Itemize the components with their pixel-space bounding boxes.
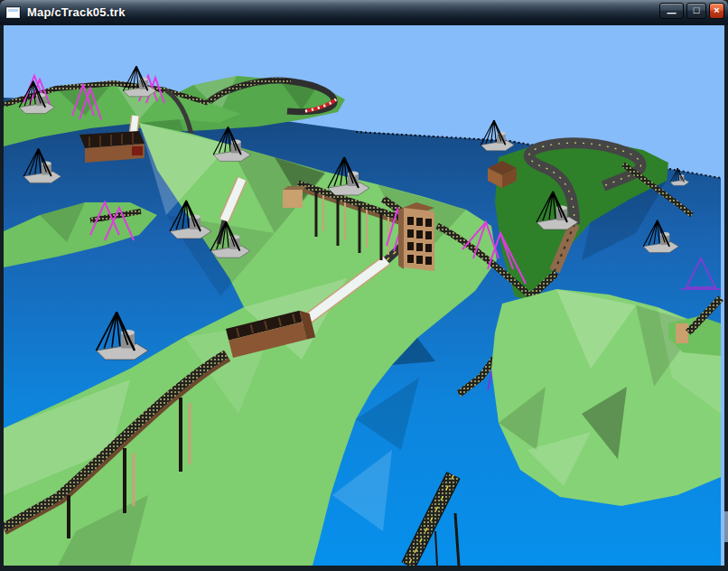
building-center [398, 202, 434, 271]
minimize-button[interactable]: — [659, 3, 684, 19]
pier-abutment [283, 190, 303, 208]
window-icon-bar [8, 9, 18, 12]
shed-long [79, 131, 145, 163]
window-icon [6, 7, 20, 18]
app-window: Map/cTrack05.trk — □ × [0, 0, 728, 571]
close-button[interactable]: × [709, 3, 724, 19]
minimize-icon: — [667, 6, 677, 21]
map-viewport[interactable] [4, 25, 724, 566]
maximize-button[interactable]: □ [686, 3, 706, 19]
resize-grip[interactable] [724, 511, 728, 542]
map-3d-render [4, 25, 724, 566]
close-icon: × [714, 3, 719, 17]
title-bar[interactable]: Map/cTrack05.trk — □ × [0, 0, 728, 25]
maximize-icon: □ [694, 3, 700, 17]
caption-buttons: — □ × [659, 3, 724, 19]
window-title: Map/cTrack05.trk [27, 5, 126, 19]
